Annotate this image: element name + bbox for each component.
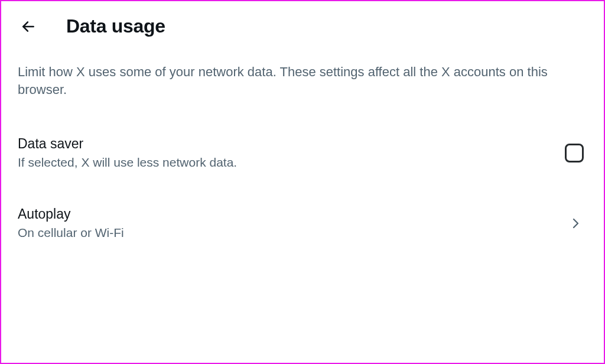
page-description: Limit how X uses some of your network da…: [18, 63, 585, 98]
setting-data-saver[interactable]: Data saver If selected, X will use less …: [18, 131, 587, 178]
page-title: Data usage: [66, 15, 165, 37]
chevron-right-icon: [568, 216, 583, 230]
arrow-left-icon: [21, 19, 36, 34]
setting-subtitle: If selected, X will use less network dat…: [18, 155, 237, 170]
setting-title: Autoplay: [18, 206, 124, 222]
data-saver-checkbox[interactable]: [565, 144, 584, 162]
setting-autoplay[interactable]: Autoplay On cellular or Wi-Fi: [18, 202, 587, 248]
back-button[interactable]: [18, 16, 39, 37]
setting-title: Data saver: [18, 136, 237, 152]
header: Data usage: [18, 15, 587, 37]
setting-subtitle: On cellular or Wi-Fi: [18, 226, 124, 240]
